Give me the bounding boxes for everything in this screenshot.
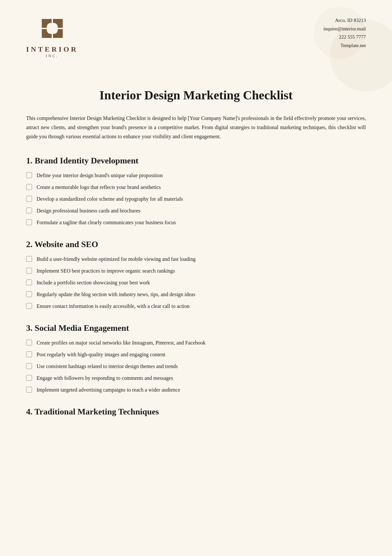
checkbox[interactable] xyxy=(26,375,32,381)
main-content: Interior Design Marketing Checklist This… xyxy=(0,68,392,449)
checkbox[interactable] xyxy=(26,196,32,202)
section-2-title: 2. Website and SEO xyxy=(26,240,366,249)
checklist-text: Develop a standardized color scheme and … xyxy=(37,195,183,203)
checklist-text: Create a memorable logo that reflects yo… xyxy=(37,183,161,191)
list-item: Create a memorable logo that reflects yo… xyxy=(26,183,366,191)
list-item: Post regularly with high-quality images … xyxy=(26,351,366,359)
checklist-text: Ensure contact information is easily acc… xyxy=(37,302,189,310)
checklist-text: Design professional business cards and b… xyxy=(37,207,140,215)
section-brand-identity: 1. Brand Identity Development Define you… xyxy=(26,156,366,227)
list-item: Engage with followers by responding to c… xyxy=(26,374,366,382)
contact-info: Arco, ID 83213 inquire@interior.mail 222… xyxy=(323,16,366,50)
checkbox[interactable] xyxy=(26,172,32,178)
checklist-text: Build a user-friendly website optimized … xyxy=(37,255,196,263)
checkbox[interactable] xyxy=(26,303,32,309)
list-item: Regularly update the blog section with i… xyxy=(26,291,366,298)
checkbox[interactable] xyxy=(26,387,32,393)
checkbox[interactable] xyxy=(26,279,32,285)
list-item: Include a portfolio section showcasing y… xyxy=(26,279,366,287)
checkbox[interactable] xyxy=(26,268,32,274)
list-item: Create profiles on major social networks… xyxy=(26,339,366,347)
checkbox[interactable] xyxy=(26,219,32,225)
section-1-title: 1. Brand Identity Development xyxy=(26,156,366,166)
logo-icon xyxy=(39,16,65,42)
logo-name: INTERIOR xyxy=(26,45,78,54)
checkbox[interactable] xyxy=(26,208,32,213)
logo-tagline: INC. xyxy=(46,54,59,59)
list-item: Implement SEO best practices to improve … xyxy=(26,267,366,275)
checklist-website-seo: Build a user-friendly website optimized … xyxy=(26,255,366,310)
checklist-text: Use consistent hashtags related to inter… xyxy=(37,362,178,370)
contact-website: Template.net xyxy=(323,42,366,50)
checklist-social-media: Create profiles on major social networks… xyxy=(26,339,366,394)
checkbox[interactable] xyxy=(26,351,32,357)
contact-email: inquire@interior.mail xyxy=(323,25,366,33)
checkbox[interactable] xyxy=(26,256,32,262)
contact-address: Arco, ID 83213 xyxy=(323,16,366,25)
list-item: Implement targeted advertising campaigns… xyxy=(26,386,366,394)
checklist-text: Define your interior design brand's uniq… xyxy=(37,172,163,179)
checkbox[interactable] xyxy=(26,340,32,345)
section-social-media: 3. Social Media Engagement Create profil… xyxy=(26,323,366,394)
intro-text: This comprehensive Interior Design Marke… xyxy=(26,114,366,141)
list-item: Define your interior design brand's uniq… xyxy=(26,172,366,179)
checkbox[interactable] xyxy=(26,363,32,369)
list-item: Formulate a tagline that clearly communi… xyxy=(26,219,366,227)
checklist-text: Formulate a tagline that clearly communi… xyxy=(37,219,176,227)
checklist-text: Post regularly with high-quality images … xyxy=(37,351,165,359)
checkbox[interactable] xyxy=(26,184,32,190)
checklist-text: Include a portfolio section showcasing y… xyxy=(37,279,150,287)
checklist-text: Implement targeted advertising campaigns… xyxy=(37,386,180,394)
logo-area: INTERIOR INC. xyxy=(26,16,78,59)
header: INTERIOR INC. Arco, ID 83213 inquire@int… xyxy=(0,0,392,68)
list-item: Develop a standardized color scheme and … xyxy=(26,195,366,203)
list-item: Ensure contact information is easily acc… xyxy=(26,302,366,310)
page-title: Interior Design Marketing Checklist xyxy=(26,88,366,102)
checklist-brand-identity: Define your interior design brand's uniq… xyxy=(26,172,366,227)
list-item: Build a user-friendly website optimized … xyxy=(26,255,366,263)
checklist-text: Engage with followers by responding to c… xyxy=(37,374,173,382)
section-4-title: 4. Traditional Marketing Techniques xyxy=(26,407,366,417)
list-item: Use consistent hashtags related to inter… xyxy=(26,362,366,370)
section-website-seo: 2. Website and SEO Build a user-friendly… xyxy=(26,240,366,310)
section-3-title: 3. Social Media Engagement xyxy=(26,323,366,333)
list-item: Design professional business cards and b… xyxy=(26,207,366,215)
checklist-text: Regularly update the blog section with i… xyxy=(37,291,195,298)
checklist-text: Create profiles on major social networks… xyxy=(37,339,205,347)
checklist-text: Implement SEO best practices to improve … xyxy=(37,267,175,275)
section-traditional-marketing: 4. Traditional Marketing Techniques xyxy=(26,407,366,417)
contact-phone: 222 555 7777 xyxy=(323,33,366,42)
checkbox[interactable] xyxy=(26,291,32,297)
